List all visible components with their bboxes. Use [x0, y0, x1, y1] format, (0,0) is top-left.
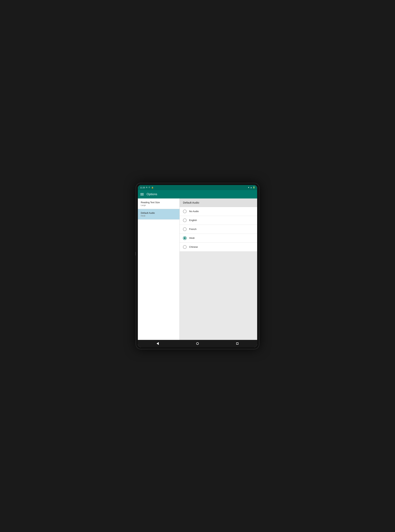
main-content: Reading Text Size Large Default Audio Hi…: [138, 198, 257, 340]
radio-label-french: French: [189, 228, 196, 230]
settings-item-default-audio[interactable]: Default Audio Hindi: [138, 209, 180, 220]
wifi-icon: ▼: [248, 186, 250, 189]
right-panel-empty-space: [180, 252, 257, 340]
radio-item-no-audio[interactable]: No Audio: [180, 207, 257, 216]
navigation-bar: [138, 340, 257, 347]
clock-icon: ⏱: [148, 186, 150, 189]
right-panel-header: Default Audio: [180, 198, 257, 207]
lock-icon: 🔒: [151, 186, 154, 189]
default-audio-subtitle: Hindi: [141, 215, 177, 217]
tablet-screen: 11:20 A ⏱ 🔒 ▼ ▲ 🔋 Options: [138, 185, 257, 347]
status-bar: 11:20 A ⏱ 🔒 ▼ ▲ 🔋: [138, 185, 257, 190]
nav-back-button[interactable]: [154, 340, 161, 347]
right-panel: Default Audio No Audio English French: [180, 198, 257, 340]
radio-label-hindi: Hindi: [189, 237, 195, 239]
radio-circle-english: [183, 218, 187, 222]
notification-icon-a: A: [146, 186, 148, 189]
menu-icon[interactable]: [140, 193, 144, 195]
app-bar: Options: [138, 190, 257, 198]
radio-item-english[interactable]: English: [180, 216, 257, 225]
status-bar-right: ▼ ▲ 🔋: [248, 186, 255, 189]
audio-options-list: No Audio English French Hindi: [180, 207, 257, 252]
radio-label-no-audio: No Audio: [189, 210, 199, 213]
reading-text-size-subtitle: Large: [141, 204, 177, 206]
nav-recents-button[interactable]: [234, 340, 241, 347]
left-panel: Reading Text Size Large Default Audio Hi…: [138, 198, 180, 340]
radio-item-chinese[interactable]: Chinese: [180, 243, 257, 252]
radio-label-chinese: Chinese: [189, 245, 198, 248]
nav-home-button[interactable]: [194, 340, 201, 347]
home-icon: [196, 342, 199, 345]
default-audio-title: Default Audio: [141, 212, 177, 214]
recents-icon: [236, 342, 238, 345]
reading-text-size-title: Reading Text Size: [141, 201, 177, 204]
menu-line-2: [140, 194, 144, 195]
battery-icon: 🔋: [253, 186, 255, 189]
radio-circle-no-audio: [183, 210, 187, 213]
radio-label-english: English: [189, 219, 197, 222]
radio-item-hindi[interactable]: Hindi: [180, 234, 257, 243]
back-icon: [157, 342, 159, 345]
right-panel-title: Default Audio: [183, 201, 199, 204]
app-title: Options: [147, 192, 157, 196]
status-bar-left: 11:20 A ⏱ 🔒: [140, 186, 154, 189]
radio-item-french[interactable]: French: [180, 225, 257, 234]
menu-line-1: [140, 193, 144, 194]
tablet-frame: 11:20 A ⏱ 🔒 ▼ ▲ 🔋 Options: [136, 183, 259, 349]
radio-circle-chinese: [183, 245, 187, 249]
volume-button: [135, 252, 136, 255]
radio-circle-french: [183, 227, 187, 231]
signal-icon: ▲: [250, 186, 252, 189]
radio-circle-hindi: [183, 236, 187, 240]
settings-item-reading-text-size[interactable]: Reading Text Size Large: [138, 198, 180, 209]
menu-line-3: [140, 195, 144, 195]
status-time: 11:20: [140, 186, 145, 189]
